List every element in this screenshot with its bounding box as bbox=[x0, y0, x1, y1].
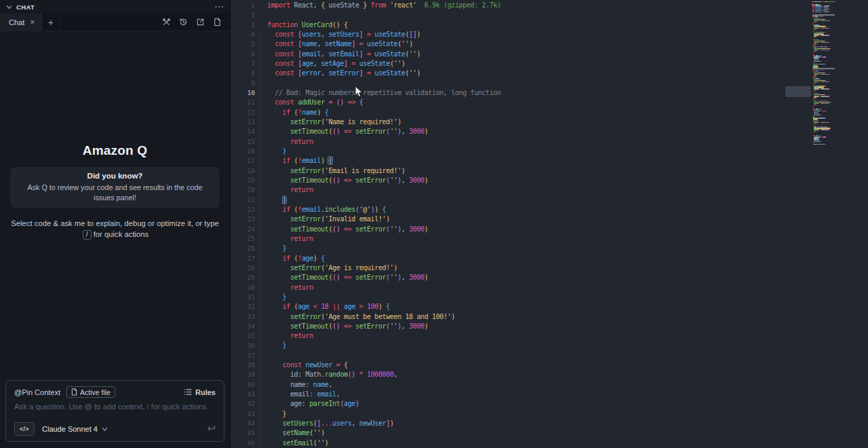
editor-overlay-widget bbox=[785, 86, 811, 97]
chat-input-box: @Pin Context Active file Rules </> Claud… bbox=[5, 380, 224, 442]
close-tab-icon[interactable]: × bbox=[30, 18, 35, 26]
tab-chat[interactable]: Chat × bbox=[0, 14, 42, 31]
line-numbers: 1234567891011121314151617181920212223242… bbox=[231, 1, 255, 448]
chat-panel: CHAT Chat × + Amazon Q Did you know? Ask… bbox=[0, 0, 231, 448]
model-selector[interactable]: Claude Sonnet 4 bbox=[42, 425, 108, 433]
code-area[interactable]: import React, { useState } from 'react' … bbox=[267, 1, 807, 448]
more-actions-icon[interactable] bbox=[214, 2, 224, 12]
tip-body: Ask Q to review your code and see result… bbox=[17, 183, 213, 202]
new-tab-button[interactable]: + bbox=[42, 14, 60, 31]
mouse-cursor bbox=[355, 86, 363, 98]
did-you-know-card: Did you know? Ask Q to review your code … bbox=[10, 167, 220, 208]
chat-tabbar: Chat × + bbox=[0, 14, 230, 31]
code-editor[interactable]: 1234567891011121314151617181920212223242… bbox=[231, 0, 868, 448]
chat-toolbar bbox=[60, 14, 230, 31]
indent-guide bbox=[259, 30, 260, 448]
active-file-chip[interactable]: Active file bbox=[66, 386, 115, 398]
rules-list-icon bbox=[184, 388, 192, 396]
slash-kbd: / bbox=[83, 230, 92, 240]
model-name: Claude Sonnet 4 bbox=[42, 425, 98, 433]
new-file-icon[interactable] bbox=[212, 18, 222, 27]
chat-panel-header: CHAT bbox=[0, 0, 230, 14]
history-icon[interactable] bbox=[178, 18, 188, 27]
tab-chat-label: Chat bbox=[9, 18, 24, 26]
app-window: CHAT Chat × + Amazon Q Did you know? Ask… bbox=[0, 0, 868, 448]
document-icon bbox=[71, 388, 77, 396]
tip-title: Did you know? bbox=[17, 172, 213, 180]
code-toggle-button[interactable]: </> bbox=[14, 422, 35, 436]
panel-title: CHAT bbox=[16, 3, 35, 11]
tools-icon[interactable] bbox=[161, 18, 171, 27]
send-return-icon[interactable] bbox=[206, 423, 216, 435]
chevron-down-icon bbox=[102, 426, 108, 432]
question-input[interactable] bbox=[14, 403, 216, 411]
amazon-q-brand: Amazon Q bbox=[0, 143, 230, 158]
quick-actions-hint: Select code & ask me to explain, debug o… bbox=[7, 218, 222, 240]
open-new-window-icon[interactable] bbox=[195, 18, 205, 27]
chevron-down-icon[interactable] bbox=[6, 4, 12, 10]
minimap[interactable] bbox=[812, 1, 868, 145]
rules-button[interactable]: Rules bbox=[184, 388, 216, 396]
pin-context-button[interactable]: @Pin Context bbox=[14, 388, 60, 396]
